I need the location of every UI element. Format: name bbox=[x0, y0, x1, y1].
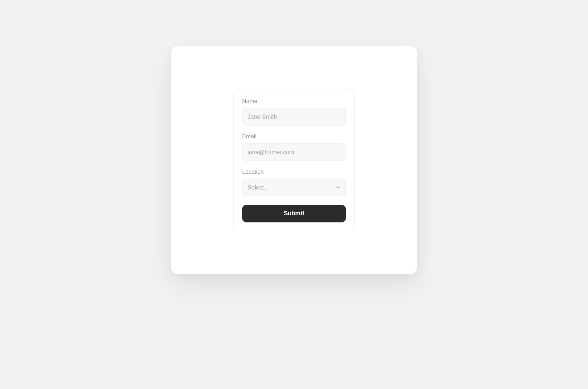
form-field-email: Email bbox=[242, 133, 346, 161]
location-select-placeholder: Select... bbox=[248, 184, 269, 191]
name-input[interactable] bbox=[242, 108, 346, 125]
location-label: Location bbox=[242, 169, 346, 175]
location-select-wrapper: Select... bbox=[242, 179, 346, 196]
name-label: Name bbox=[242, 98, 346, 104]
form-field-name: Name bbox=[242, 98, 346, 125]
form-field-location: Location Select... bbox=[242, 169, 346, 196]
card: Name Email Location Select... Submit bbox=[171, 46, 417, 274]
form-container: Name Email Location Select... Submit bbox=[233, 89, 355, 231]
email-label: Email bbox=[242, 133, 346, 140]
submit-button[interactable]: Submit bbox=[242, 205, 346, 222]
email-input[interactable] bbox=[242, 143, 346, 161]
location-select[interactable]: Select... bbox=[242, 179, 346, 196]
